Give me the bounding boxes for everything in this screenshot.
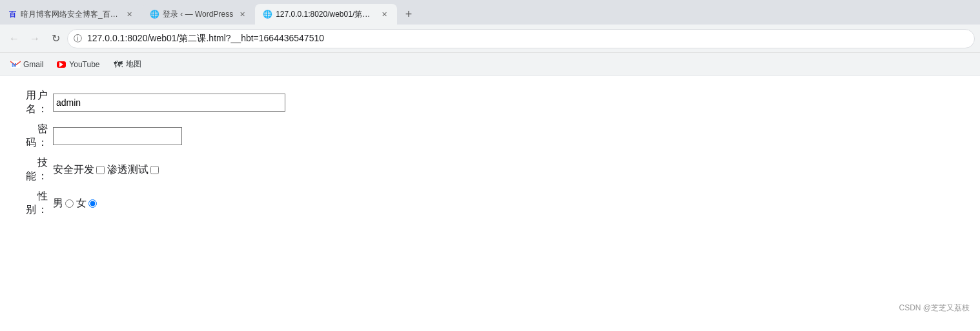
tab2-close-icon[interactable]: ✕ — [237, 9, 247, 19]
password-input[interactable] — [53, 127, 182, 145]
gender-male-text: 男 — [53, 197, 63, 210]
tab3-label: 127.0.0.1:8020/web01/第二课.h — [276, 9, 375, 20]
bookmark-youtube[interactable]: YouTube — [51, 57, 105, 72]
skill1-checkbox-label[interactable]: 安全开发 — [53, 163, 105, 177]
gmail-favicon-icon: M — [10, 59, 21, 70]
gender-female-text: 女 — [76, 197, 87, 210]
baidu-favicon-icon: 百 — [8, 10, 17, 19]
tab3-close-icon[interactable]: ✕ — [379, 9, 389, 19]
username-label: 用户名： — [10, 89, 49, 116]
username-input[interactable] — [53, 94, 285, 112]
address-input[interactable] — [67, 29, 975, 48]
skill2-checkbox[interactable] — [150, 166, 159, 174]
youtube-label: YouTube — [69, 60, 99, 69]
watermark: CSDN @芝芝又荔枝 — [899, 303, 970, 314]
gmail-label: Gmail — [23, 60, 43, 69]
bookmarks-bar: M Gmail YouTube 🗺 地图 — [0, 53, 980, 76]
active-tab-favicon-icon: 🌐 — [263, 10, 272, 19]
forward-button[interactable]: → — [26, 30, 44, 48]
refresh-icon: ↻ — [52, 32, 60, 45]
skill2-checkbox-label[interactable]: 渗透测试 — [107, 163, 159, 177]
address-bar-container: ⓘ — [67, 29, 975, 48]
bookmark-maps[interactable]: 🗺 地图 — [108, 56, 147, 72]
refresh-button[interactable]: ↻ — [46, 30, 65, 48]
password-row: 密 码： — [10, 123, 970, 150]
toolbar: ← → ↻ ⓘ — [0, 25, 980, 53]
skill1-checkbox[interactable] — [96, 166, 105, 174]
gender-label: 性 别： — [10, 190, 49, 217]
wordpress-favicon-icon: 🌐 — [150, 10, 159, 19]
gender-female-radio[interactable] — [88, 199, 97, 208]
username-row: 用户名： — [10, 89, 970, 116]
tab1-label: 暗月博客网络安全博客_百度搜索 — [21, 9, 120, 20]
tab-bar: 百 暗月博客网络安全博客_百度搜索 ✕ 🌐 登录 ‹ — WordPress ✕… — [0, 0, 980, 25]
gender-male-radio[interactable] — [65, 199, 74, 208]
skills-row: 技 能： 安全开发 渗透测试 — [10, 156, 970, 183]
youtube-favicon-icon — [56, 59, 66, 70]
skill2-label: 渗透测试 — [107, 163, 148, 177]
forward-icon: → — [30, 33, 40, 45]
gender-female-label[interactable]: 女 — [76, 197, 97, 210]
back-button[interactable]: ← — [5, 30, 23, 48]
gender-row: 性 别： 男 女 — [10, 190, 970, 217]
svg-text:M: M — [12, 62, 17, 68]
browser-frame: 百 暗月博客网络安全博客_百度搜索 ✕ 🌐 登录 ‹ — WordPress ✕… — [0, 0, 980, 76]
new-tab-button[interactable]: + — [400, 5, 418, 23]
bookmark-gmail[interactable]: M Gmail — [5, 57, 48, 72]
skills-label: 技 能： — [10, 156, 49, 183]
page-content: 用户名： 密 码： 技 能： 安全开发 渗透测试 性 别： 男 女 CSDN @… — [0, 76, 980, 321]
gender-male-label[interactable]: 男 — [53, 197, 74, 210]
skill1-label: 安全开发 — [53, 163, 94, 177]
back-icon: ← — [9, 33, 19, 45]
maps-favicon-icon: 🗺 — [113, 59, 123, 70]
tab-web01-active[interactable]: 🌐 127.0.0.1:8020/web01/第二课.h ✕ — [255, 4, 397, 25]
maps-label: 地图 — [126, 59, 141, 70]
watermark-text: CSDN @芝芝又荔枝 — [899, 303, 970, 312]
password-label: 密 码： — [10, 123, 49, 150]
tab1-close-icon[interactable]: ✕ — [124, 9, 134, 19]
tab-baidu-search[interactable]: 百 暗月博客网络安全博客_百度搜索 ✕ — [0, 4, 142, 25]
tab2-label: 登录 ‹ — WordPress — [163, 9, 233, 20]
tab-wordpress-login[interactable]: 🌐 登录 ‹ — WordPress ✕ — [142, 4, 255, 25]
